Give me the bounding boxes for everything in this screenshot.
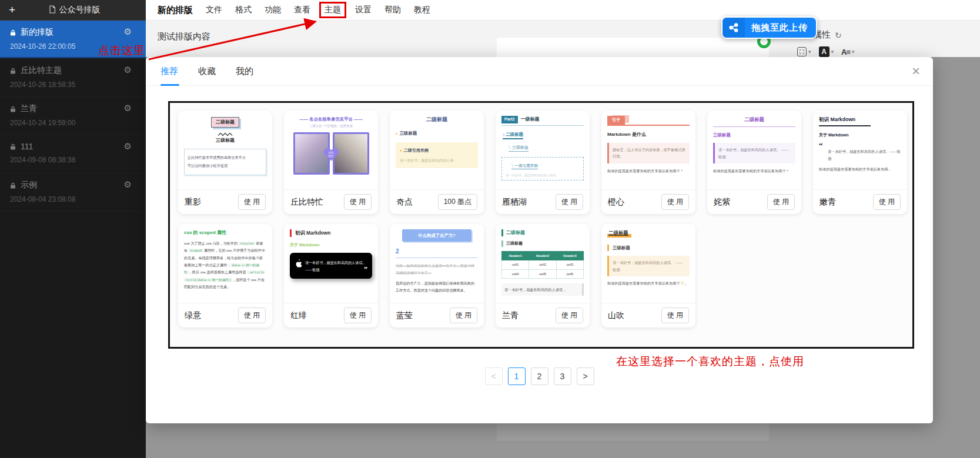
theme-card-qidian[interactable]: 二级标题 ●三级标题 ●二级引用示例 读一本好书，就是在和高尚的人谈 奇点100… — [390, 111, 484, 214]
theme-preview: Part2一级标题 §二级标题 ╲三级标题 ╲一级引用示例 读一本好书，就是在和… — [496, 111, 590, 190]
menu-file[interactable]: 文件 — [206, 5, 222, 15]
use-button[interactable]: 使 用 — [238, 307, 266, 323]
theme-card-lvyi[interactable]: css 的 scoped 属性 vue 为了防止 css 污染，当组件的 <st… — [178, 224, 272, 327]
theme-preview: 引子 Markdown 是什么 拥有它，让人专注于内容本身，而不被格式所打扰。 … — [601, 111, 695, 190]
theme-card-chazi[interactable]: 二级标题 三级标题 读一本好书，就是在和高尚的人谈话。 ——歌德 粗体的使用是在… — [707, 111, 801, 214]
sample-table: Header1Header2Header3 cell1cell2cell3 ce… — [501, 251, 584, 279]
theme-preview: 二级标题 三级标题 丘比特忙是非常优秀的单身交友平台可以访问微信小程序使用 — [178, 111, 272, 190]
heart-badge: 丘比特忙 — [323, 147, 339, 162]
price-button[interactable]: 100 墨点 — [438, 194, 477, 210]
wave-decoration-icon — [218, 132, 233, 136]
use-button[interactable]: 使 用 — [767, 194, 795, 210]
active-tab-indicator — [160, 84, 179, 86]
document-icon — [49, 5, 56, 15]
use-button[interactable]: 使 用 — [873, 194, 901, 210]
font-color-dropdown[interactable]: A▾ — [819, 46, 834, 57]
theme-card-hongfei[interactable]: 初识 Markdown 关于 Markdown 读一本好书，就是在和高尚的人谈话… — [284, 224, 378, 327]
doc-title: 新的排版 — [21, 27, 53, 38]
menu-tutorial[interactable]: 教程 — [414, 5, 430, 15]
sidebar-header: + 公众号排版 — [0, 0, 146, 21]
use-button[interactable]: 使 用 — [344, 194, 372, 210]
use-button[interactable]: 使 用 — [344, 307, 372, 323]
theme-name: 兰青 — [502, 310, 519, 321]
theme-name: 嫩青 — [820, 197, 836, 208]
use-button[interactable]: 使 用 — [661, 194, 689, 210]
theme-card-lanying[interactable]: 什么构成了生产力? 2 当然，如果你说加班主义是第一生产力，那这个对话就没法进行… — [390, 224, 484, 327]
theme-name: 姹紫 — [714, 197, 730, 208]
theme-name: 奇点 — [396, 197, 413, 208]
theme-preview: 二级标题 三级标题 读一本好书，就是在和高尚的人谈话。 ——歌德 粗体的使用是在… — [601, 224, 695, 303]
pagination: < 1 2 3 > — [146, 367, 933, 385]
theme-preview: css 的 scoped 属性 vue 为了防止 css 污染，当组件的 <st… — [178, 224, 272, 303]
theme-preview: 初识 Markdown 关于 Markdown 读一本好书，就是在和高尚的人谈话… — [284, 224, 378, 303]
menu-view[interactable]: 查看 — [294, 5, 310, 15]
annotation-click-here: 点击这里 — [98, 43, 145, 58]
menu-doc-name: 新的排版 — [158, 5, 193, 16]
theme-name: 山吹 — [608, 310, 624, 321]
theme-name: 丘比特忙 — [290, 197, 323, 208]
menu-theme[interactable]: 主题 — [319, 2, 346, 18]
theme-name: 雁栖湖 — [502, 197, 527, 208]
app-title-group: 公众号排版 — [49, 5, 101, 15]
theme-card-nenqing[interactable]: 初识 Markdown 关于 Markdown “ 读一本好书，就是在和高尚的人… — [813, 111, 907, 214]
theme-row-2: css 的 scoped 属性 vue 为了防止 css 污染，当组件的 <st… — [178, 224, 904, 327]
theme-name: 红绯 — [290, 310, 307, 321]
text-style-icon: A≡ — [841, 48, 850, 56]
page-3-button[interactable]: 3 — [554, 367, 571, 385]
theme-name: 绿意 — [185, 310, 201, 321]
quote-mark: “ — [819, 143, 901, 148]
theme-card-chengxin[interactable]: 引子 Markdown 是什么 拥有它，让人专注于内容本身，而不被格式所打扰。 … — [601, 111, 695, 214]
theme-preview: 二级标题 三级标题 读一本好书，就是在和高尚的人谈话。 ——歌德 粗体的使用是在… — [707, 111, 801, 190]
page-2-button[interactable]: 2 — [531, 367, 548, 385]
menu-function[interactable]: 功能 — [265, 5, 281, 15]
refresh-icon[interactable]: ↻ — [835, 31, 842, 40]
theme-preview: 初识 Markdown 关于 Markdown “ 读一本好书，就是在和高尚的人… — [813, 111, 907, 190]
use-button[interactable]: 使 用 — [238, 194, 266, 210]
theme-name: 蓝莹 — [396, 310, 413, 321]
menu-help[interactable]: 帮助 — [384, 5, 401, 15]
tab-favorites[interactable]: 收藏 — [198, 66, 216, 85]
use-button[interactable]: 使 用 — [556, 307, 583, 323]
text-style-dropdown[interactable]: A≡▾ — [841, 48, 855, 56]
app-title: 公众号排版 — [59, 5, 101, 15]
gear-icon[interactable]: ⚙ — [124, 26, 132, 37]
editor-content-text[interactable]: 测试排版内容 — [158, 31, 210, 42]
theme-row-1: 二级标题 三级标题 丘比特忙是非常优秀的单身交友平台可以访问微信小程序使用 重影… — [178, 111, 904, 214]
theme-card-qiubitemang[interactable]: —— 名企名校单身交友平台 —— 三重认证 / 守护隐私 / 优秀单身 丘比特忙… — [284, 111, 378, 214]
new-document-button[interactable]: + — [9, 4, 24, 16]
page-1-button[interactable]: 1 — [508, 367, 526, 385]
next-page-button[interactable]: > — [577, 367, 594, 385]
use-button[interactable]: 使 用 — [661, 307, 689, 323]
drag-upload-button[interactable]: 拖拽至此上传 — [721, 16, 817, 39]
format-toolbar: ▾ A▾ A≡▾ — [797, 46, 855, 57]
prev-page-button[interactable]: < — [485, 367, 503, 385]
bullet-dot: ● — [396, 132, 398, 135]
upload-label: 拖拽至此上传 — [745, 18, 816, 38]
font-color-icon: A — [819, 46, 830, 57]
tab-recommended[interactable]: 推荐 — [160, 66, 178, 85]
theme-card-yanqihu[interactable]: Part2一级标题 §二级标题 ╲三级标题 ╲一级引用示例 读一本好书，就是在和… — [496, 111, 590, 214]
use-button[interactable]: 使 用 — [450, 307, 477, 323]
use-button[interactable]: 使 用 — [556, 194, 583, 210]
theme-preview: 二级标题 三级标题 Header1Header2Header3 cell1cel… — [496, 224, 590, 303]
app-window: + 公众号排版 新的排版 2024-10-26 22:00:05 ⚙ 丘比特主题… — [0, 0, 980, 458]
menu-format[interactable]: 格式 — [235, 5, 252, 15]
menu-settings[interactable]: 设置 — [355, 5, 372, 15]
lock-icon — [10, 29, 16, 36]
menu-bar: 新的排版 文件 格式 功能 查看 主题 设置 帮助 教程 — [146, 0, 980, 21]
tab-mine[interactable]: 我的 — [236, 66, 253, 85]
theme-card-lanqing[interactable]: 二级标题 三级标题 Header1Header2Header3 cell1cel… — [496, 224, 590, 327]
chevron-down-icon: ▾ — [808, 49, 811, 55]
chevron-down-icon: ▾ — [852, 49, 855, 55]
theme-card-shanchui[interactable]: 二级标题 三级标题 读一本好书，就是在和高尚的人谈话。 ——歌德 粗体的使用是在… — [601, 224, 695, 327]
annotation-choose-theme: 在这里选择一个喜欢的主题，点使用 — [616, 354, 804, 369]
theme-grid: 二级标题 三级标题 丘比特忙是非常优秀的单身交友平台可以访问微信小程序使用 重影… — [168, 101, 914, 349]
modal-tabs: 推荐 收藏 我的 — [146, 57, 933, 86]
frame-icon — [797, 47, 807, 56]
close-icon[interactable]: × — [912, 64, 920, 78]
theme-name: 橙心 — [608, 197, 624, 208]
share-nodes-icon — [723, 18, 745, 38]
theme-preview: —— 名企名校单身交友平台 —— 三重认证 / 守护隐私 / 优秀单身 丘比特忙 — [284, 111, 378, 190]
theme-card-zhongying[interactable]: 二级标题 三级标题 丘比特忙是非常优秀的单身交友平台可以访问微信小程序使用 重影… — [178, 111, 272, 214]
border-style-dropdown[interactable]: ▾ — [797, 47, 811, 56]
